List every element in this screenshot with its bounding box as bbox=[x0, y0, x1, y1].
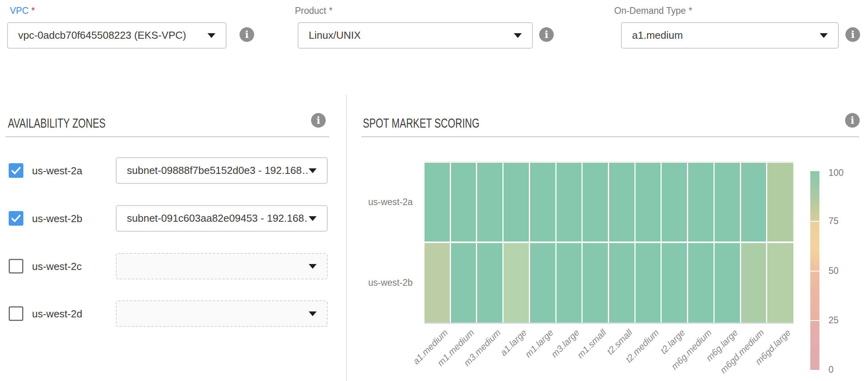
heatmap-colorbar-tick: 100 bbox=[828, 168, 843, 178]
check-icon bbox=[10, 164, 22, 177]
heatmap-cell[interactable] bbox=[504, 163, 529, 241]
heatmap-cell[interactable] bbox=[662, 163, 687, 241]
heatmap-cell[interactable] bbox=[662, 243, 687, 323]
chevron-down-icon bbox=[309, 216, 317, 221]
product-select[interactable]: Linux/UNIX bbox=[298, 22, 533, 49]
zone-checkbox[interactable] bbox=[9, 306, 23, 321]
az-row-us-west-2c: us-west-2c bbox=[0, 253, 329, 279]
product-select-value: Linux/UNIX bbox=[309, 29, 361, 41]
heatmap-cell[interactable] bbox=[767, 243, 793, 323]
subnet-select-value: subnet-091c603aa82e09453 - 192.168… bbox=[127, 212, 309, 224]
subnet-select-value: subnet-09888f7be5152d0e3 - 192.168… bbox=[127, 164, 309, 177]
on-demand-type-select[interactable]: a1.medium bbox=[621, 22, 839, 49]
on-demand-type-required-asterisk: * bbox=[689, 6, 692, 16]
spot-market-scoring-title: SPOT MARKET SCORING bbox=[363, 117, 479, 130]
zone-checkbox[interactable] bbox=[9, 211, 23, 226]
heatmap-cell[interactable] bbox=[715, 163, 740, 241]
heatmap-cell[interactable] bbox=[425, 163, 450, 241]
heatmap-cell[interactable] bbox=[477, 163, 502, 241]
az-row-us-west-2a: us-west-2a subnet-09888f7be5152d0e3 - 19… bbox=[0, 157, 329, 184]
heatmap-cell[interactable] bbox=[451, 163, 476, 241]
heatmap-colorbar-tick: 25 bbox=[828, 315, 839, 326]
chevron-down-icon bbox=[309, 168, 317, 173]
heatmap-x-label: m1.small bbox=[575, 327, 608, 360]
heatmap-colorbar-segment bbox=[810, 321, 819, 370]
heatmap-cell[interactable] bbox=[504, 243, 529, 323]
check-icon bbox=[10, 212, 22, 224]
heatmap-cell[interactable] bbox=[741, 163, 766, 241]
heatmap-cell[interactable] bbox=[688, 163, 713, 241]
on-demand-type-select-value: a1.medium bbox=[632, 29, 683, 41]
product-required-asterisk: * bbox=[329, 6, 332, 16]
heatmap-cell[interactable] bbox=[609, 243, 634, 323]
chevron-down-icon bbox=[820, 33, 828, 38]
subnet-select[interactable] bbox=[116, 253, 328, 279]
zone-label: us-west-2b bbox=[32, 213, 82, 225]
heatmap-colorbar-tick: 0 bbox=[828, 364, 834, 375]
on-demand-type-info-icon[interactable]: i bbox=[845, 27, 860, 42]
heatmap-cell[interactable] bbox=[557, 243, 582, 323]
panel-divider bbox=[346, 95, 347, 381]
heatmap-y-label: us-west-2a bbox=[340, 197, 413, 207]
product-label: Product* bbox=[295, 6, 332, 16]
vpc-info-icon[interactable]: i bbox=[240, 27, 254, 42]
spot-market-scoring-divider bbox=[361, 136, 859, 137]
availability-zones-info-icon[interactable]: i bbox=[311, 113, 326, 128]
heatmap-x-label: t2.medium bbox=[623, 327, 661, 365]
subnet-select[interactable]: subnet-09888f7be5152d0e3 - 192.168… bbox=[116, 157, 328, 184]
heatmap-y-label: us-west-2b bbox=[340, 277, 413, 288]
heatmap-cell[interactable] bbox=[715, 243, 740, 323]
heatmap-x-label: m6g.large bbox=[704, 327, 740, 363]
chevron-down-icon bbox=[514, 33, 522, 38]
subnet-select[interactable] bbox=[116, 300, 328, 327]
heatmap-x-label: m3.medium bbox=[462, 327, 503, 368]
heatmap-cell[interactable] bbox=[741, 243, 766, 323]
vpc-select-value: vpc-0adcb70f645508223 (EKS-VPC) bbox=[18, 29, 186, 41]
heatmap-cell[interactable] bbox=[425, 243, 450, 323]
heatmap-cell[interactable] bbox=[609, 163, 634, 241]
heatmap-cell[interactable] bbox=[451, 243, 476, 323]
product-label-text: Product bbox=[295, 6, 326, 16]
heatmap-cell[interactable] bbox=[530, 163, 555, 241]
chevron-down-icon bbox=[208, 33, 215, 38]
heatmap-x-label: m1.medium bbox=[435, 327, 476, 368]
vpc-label: VPC* bbox=[10, 6, 35, 16]
heatmap-colorbar-segment bbox=[810, 171, 819, 221]
subnet-select[interactable]: subnet-091c603aa82e09453 - 192.168… bbox=[116, 205, 328, 232]
zone-checkbox[interactable] bbox=[9, 163, 23, 178]
heatmap-colorbar-tick: 75 bbox=[828, 216, 839, 226]
heatmap-x-label: t2.large bbox=[659, 327, 687, 356]
heatmap-x-label: m1.large bbox=[523, 327, 555, 360]
zone-checkbox[interactable] bbox=[9, 259, 23, 273]
spot-configuration-page: VPC* vpc-0adcb70f645508223 (EKS-VPC) i P… bbox=[0, 0, 868, 381]
heatmap-cell[interactable] bbox=[583, 243, 608, 323]
heatmap-x-label: m6gd.large bbox=[753, 327, 793, 367]
heatmap-cell[interactable] bbox=[583, 163, 608, 241]
heatmap-cell[interactable] bbox=[557, 163, 582, 241]
heatmap-x-label: m6g.medium bbox=[669, 327, 713, 372]
heatmap-cell[interactable] bbox=[477, 243, 502, 323]
spot-market-scoring-info-icon[interactable]: i bbox=[845, 113, 860, 128]
heatmap-colorbar-segment bbox=[810, 222, 819, 271]
vpc-required-asterisk: * bbox=[31, 6, 35, 16]
vpc-select[interactable]: vpc-0adcb70f645508223 (EKS-VPC) bbox=[7, 22, 226, 49]
zone-label: us-west-2a bbox=[32, 165, 82, 177]
heatmap-x-label: a1.medium bbox=[411, 327, 450, 367]
heatmap-cell[interactable] bbox=[767, 163, 793, 241]
heatmap-top-border bbox=[425, 162, 794, 162]
zone-label: us-west-2c bbox=[32, 260, 82, 273]
heatmap-cell[interactable] bbox=[688, 243, 713, 323]
on-demand-type-label-text: On-Demand Type bbox=[614, 6, 686, 16]
heatmap-x-label: a1.large bbox=[498, 327, 529, 358]
heatmap-cell[interactable] bbox=[636, 243, 661, 323]
zone-label: us-west-2d bbox=[32, 308, 82, 320]
heatmap-cell[interactable] bbox=[530, 243, 555, 323]
heatmap-x-label: t2.small bbox=[605, 327, 634, 357]
az-row-us-west-2d: us-west-2d bbox=[0, 300, 329, 327]
heatmap-x-label: m3.large bbox=[549, 327, 582, 360]
chevron-down-icon bbox=[309, 264, 317, 269]
heatmap-x-axis-line bbox=[425, 323, 794, 324]
az-row-us-west-2b: us-west-2b subnet-091c603aa82e09453 - 19… bbox=[0, 205, 329, 232]
product-info-icon[interactable]: i bbox=[539, 27, 554, 42]
heatmap-cell[interactable] bbox=[636, 163, 661, 241]
